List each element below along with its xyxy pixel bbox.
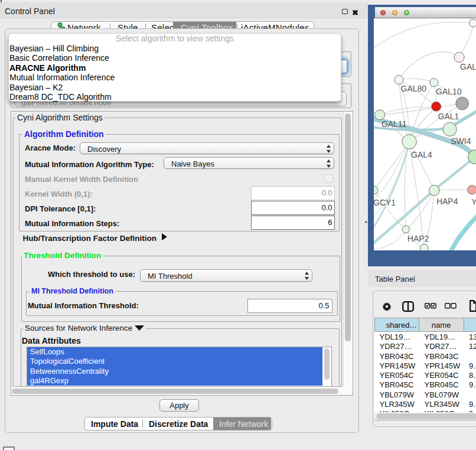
svg-text:SWI4: SWI4 [451, 136, 471, 146]
svg-text:Y: Y [471, 197, 476, 207]
svg-text:HAP4: HAP4 [436, 197, 458, 206]
svg-text:HAP2: HAP2 [407, 234, 429, 243]
svg-text:GAL10: GAL10 [436, 87, 462, 96]
svg-text:GAL1: GAL1 [438, 112, 459, 121]
svg-text:GAL80: GAL80 [401, 84, 427, 93]
svg-text:GAL11: GAL11 [382, 119, 407, 129]
svg-text:GAL2: GAL2 [460, 62, 476, 71]
svg-text:GAL4: GAL4 [411, 150, 432, 159]
svg-text:GCY1: GCY1 [374, 198, 396, 207]
